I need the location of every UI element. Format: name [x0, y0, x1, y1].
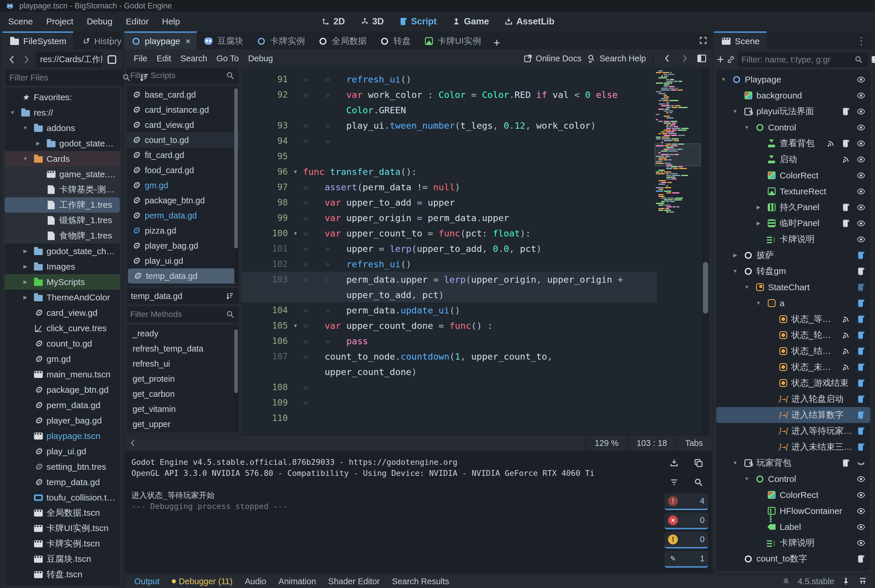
scene-node-row[interactable]: ▶披萨 [716, 247, 870, 263]
signal-button[interactable] [825, 138, 836, 149]
save-log-icon[interactable] [665, 455, 684, 471]
visibility-eye-button[interactable] [856, 538, 866, 548]
scene-node-row[interactable]: ▼playui玩法界面 [716, 104, 870, 119]
filter-files-input[interactable] [9, 73, 119, 82]
scene-node-row[interactable]: ▼玩家背包 [716, 455, 870, 471]
method-row[interactable]: _ready [127, 326, 239, 341]
scene-node-row[interactable]: ▼StateChart [716, 279, 870, 295]
menu-scene[interactable]: Scene [3, 14, 38, 29]
collapse-arrow-icon[interactable]: ▼ [20, 156, 30, 162]
scene-node-row[interactable]: 状态_游戏结束 [716, 375, 870, 391]
file-row[interactable]: ▶Images [5, 259, 120, 274]
method-row[interactable]: get_carbon [127, 386, 239, 402]
filesystem-dock-menu-icon[interactable]: ⋮ [102, 35, 120, 46]
visibility-eye-button[interactable] [856, 218, 866, 229]
scene-tab-卡牌实例[interactable]: 卡牌实例 [250, 32, 311, 50]
visibility-eye-button[interactable] [856, 170, 866, 181]
menu-help[interactable]: Help [157, 14, 185, 29]
bottom-tab-debugger-11-[interactable]: Debugger (11) [167, 577, 238, 586]
script-button[interactable] [841, 138, 851, 149]
expand-arrow-icon[interactable]: ▶ [753, 204, 763, 210]
method-row[interactable]: get_upper [127, 417, 239, 432]
scene-node-row[interactable]: HFlowContainer [716, 503, 870, 519]
visibility-eye-button[interactable] [856, 186, 866, 196]
expand-arrow-icon[interactable]: ▶ [33, 140, 43, 146]
tab-scene[interactable]: Scene [714, 32, 767, 50]
scene-node-row[interactable]: ▼∴a [716, 295, 870, 311]
scene-node-row[interactable]: ]→[进入未结束三选一 [716, 439, 870, 455]
distraction-free-icon[interactable] [699, 36, 708, 46]
script-button[interactable] [856, 346, 866, 357]
add-node-button[interactable]: + [717, 52, 724, 67]
hscroll-left-icon[interactable] [126, 435, 139, 451]
file-row[interactable]: main_menu.tscn [5, 367, 120, 382]
file-row[interactable]: ⚙gm.gd [5, 351, 120, 367]
bottom-tab-audio[interactable]: Audio [239, 577, 272, 586]
visibility-eye-button[interactable] [856, 74, 866, 85]
signal-button[interactable] [841, 314, 851, 324]
fold-arrow-icon[interactable]: ▼ [288, 230, 303, 236]
code-line[interactable]: 107» count_to_node.countdown(1, upper_co… [241, 349, 657, 364]
workspace-game[interactable]: Game [448, 15, 492, 28]
zoom-level[interactable]: 129 % [585, 435, 627, 451]
script-menu-search[interactable]: Search [176, 52, 212, 65]
visibility-eye-button[interactable] [856, 154, 866, 165]
code-line[interactable]: 94» » [241, 133, 657, 148]
visibility-eye-button[interactable] [856, 122, 866, 133]
instance-scene-button[interactable] [726, 52, 735, 67]
collapse-arrow-icon[interactable]: ▼ [730, 460, 740, 466]
filter-nodes-input[interactable] [741, 55, 851, 64]
file-row[interactable]: ⚙setting_btn.tres [5, 459, 120, 474]
file-row[interactable]: ⚙player_bag.gd [5, 413, 120, 428]
filter-messages-icon[interactable] [665, 474, 684, 490]
script-button[interactable] [856, 410, 866, 420]
scene-node-row[interactable]: 状态_等待玩家开始 [716, 311, 870, 327]
scene-node-row[interactable]: ]→[进入等待玩家开始 [716, 423, 870, 439]
code-line[interactable]: 98» var upper_to_add = upper [241, 195, 657, 210]
close-tab-icon[interactable]: × [185, 36, 191, 46]
signal-button[interactable] [841, 330, 851, 340]
sort-methods-icon[interactable] [224, 291, 235, 301]
collapse-arrow-icon[interactable]: ▼ [742, 284, 752, 290]
visibility-eye-button[interactable] [856, 234, 866, 244]
scene-node-row[interactable]: Label [716, 519, 870, 535]
script-row[interactable]: ⚙perm_data.gd [127, 208, 239, 223]
collapse-arrow-icon[interactable]: ▼ [719, 77, 729, 82]
expand-arrow-icon[interactable]: ▶ [20, 279, 30, 285]
script-button[interactable] [841, 218, 851, 229]
visibility-eye-button[interactable] [856, 90, 866, 101]
visibility-eye-button[interactable] [856, 490, 866, 500]
file-row[interactable]: ⚙count_to.gd [5, 336, 120, 351]
script-menu-debug[interactable]: Debug [243, 52, 277, 65]
file-row[interactable]: 转盘.tscn [5, 567, 120, 582]
scripts-panel-toggle-icon[interactable] [696, 53, 707, 64]
script-row[interactable]: ⚙temp_data.gd [128, 268, 238, 284]
code-editor[interactable]: 91» » refresh_ui()92» » var work_color :… [241, 68, 709, 435]
script-row[interactable]: ⚙package_btn.gd [127, 193, 239, 208]
visibility-eye-button[interactable] [856, 202, 866, 213]
script-menu-go-to[interactable]: Go To [212, 52, 244, 65]
attach-script-button[interactable] [870, 52, 875, 67]
file-row[interactable]: ▶ThemeAndColor [5, 290, 120, 305]
file-row[interactable]: ⚙temp_data.gd [5, 474, 120, 490]
code-line[interactable]: 96▼func transfer_data(): [241, 164, 657, 179]
script-button[interactable] [856, 554, 866, 564]
code-line[interactable]: 109» [241, 395, 657, 410]
file-row[interactable]: 卡牌基类-测试用.tres [5, 182, 120, 197]
script-history-forward-button[interactable] [678, 51, 691, 66]
code-line[interactable]: 100▼» var upper_count_to = func(pct: flo… [241, 225, 657, 241]
file-row[interactable]: 全局数据.tscn [5, 505, 120, 520]
script-button[interactable] [856, 266, 866, 277]
scene-tab-豆腐块[interactable]: 豆腐块 [197, 32, 250, 50]
nav-forward-button[interactable] [20, 52, 33, 67]
code-line[interactable]: 93» » play_ui.tween_number(t_legs, 0.12,… [241, 118, 657, 133]
script-button[interactable] [856, 378, 866, 388]
file-row[interactable]: ▼addons [5, 120, 120, 136]
expand-arrow-icon[interactable]: ▶ [20, 294, 30, 300]
script-button[interactable] [856, 442, 866, 452]
script-row[interactable]: ⚙base_card.gd [127, 87, 239, 102]
script-row[interactable]: ⚙player_bag.gd [127, 238, 239, 254]
file-row[interactable]: ▼Cards [5, 151, 120, 166]
current-path[interactable]: res://Cards/工作牌 [36, 52, 102, 68]
menu-editor[interactable]: Editor [121, 14, 154, 29]
